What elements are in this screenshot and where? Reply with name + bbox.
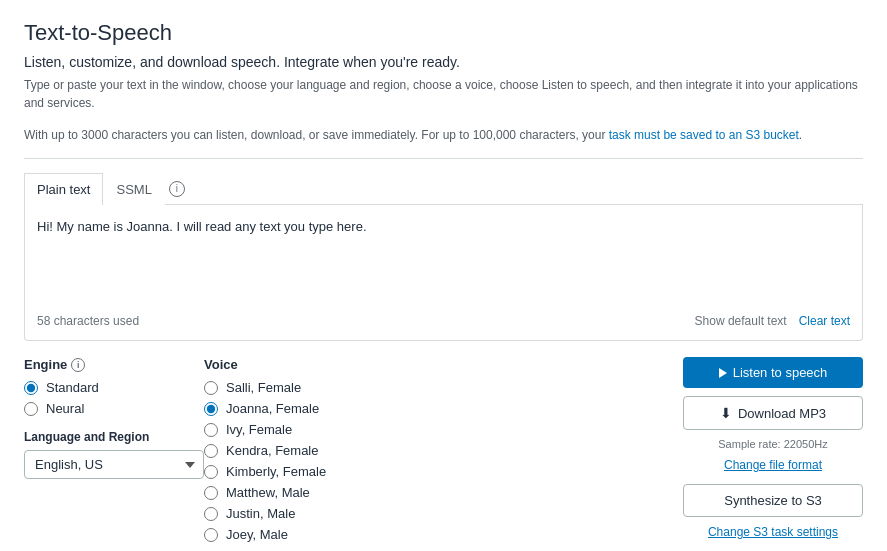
text-input[interactable]: Hi! My name is Joanna. I will read any t… (37, 217, 850, 307)
engine-info-icon[interactable]: i (71, 358, 85, 372)
voice-radio-joanna[interactable] (204, 402, 218, 416)
language-label: Language and Region (24, 430, 184, 444)
change-file-format-link[interactable]: Change file format (683, 458, 863, 472)
engine-radio-group: Standard Neural (24, 380, 184, 416)
engine-option-neural[interactable]: Neural (24, 401, 184, 416)
voice-option-joey[interactable]: Joey, Male (204, 527, 404, 542)
engine-option-standard[interactable]: Standard (24, 380, 184, 395)
voice-label: Voice (204, 357, 404, 372)
page-title: Text-to-Speech (24, 20, 863, 46)
text-tabs: Plain text SSML i (24, 173, 863, 205)
voice-option-justin[interactable]: Justin, Male (204, 506, 404, 521)
voice-radio-justin[interactable] (204, 507, 218, 521)
textarea-wrapper: Hi! My name is Joanna. I will read any t… (24, 205, 863, 341)
voice-option-matthew[interactable]: Matthew, Male (204, 485, 404, 500)
page-subtitle: Listen, customize, and download speech. … (24, 54, 863, 70)
download-icon: ⬇ (720, 405, 732, 421)
tab-plain-text[interactable]: Plain text (24, 173, 103, 205)
voice-option-kendra[interactable]: Kendra, Female (204, 443, 404, 458)
show-default-text-link[interactable]: Show default text (695, 314, 787, 328)
voice-radio-joey[interactable] (204, 528, 218, 542)
engine-label: Engine i (24, 357, 184, 372)
play-icon (719, 368, 727, 378)
main-content: Engine i Standard Neural Language and Re… (24, 357, 863, 542)
page-header: Text-to-Speech Listen, customize, and do… (24, 20, 863, 144)
language-select[interactable]: English, US English, GB English, AU Span… (24, 450, 204, 479)
voice-option-salli[interactable]: Salli, Female (204, 380, 404, 395)
voice-option-ivy[interactable]: Ivy, Female (204, 422, 404, 437)
voice-option-kimberly[interactable]: Kimberly, Female (204, 464, 404, 479)
voice-section: Voice Salli, Female Joanna, Female Ivy, … (204, 357, 404, 542)
ssml-info-icon[interactable]: i (169, 181, 185, 197)
page-description-2: With up to 3000 characters you can liste… (24, 126, 863, 144)
sample-rate-text: Sample rate: 22050Hz (683, 438, 863, 450)
engine-radio-neural[interactable] (24, 402, 38, 416)
engine-radio-standard[interactable] (24, 381, 38, 395)
textarea-footer: 58 characters used Show default text Cle… (37, 314, 850, 328)
change-s3-task-settings-link[interactable]: Change S3 task settings (683, 525, 863, 539)
voice-radio-salli[interactable] (204, 381, 218, 395)
page-container: Text-to-Speech Listen, customize, and do… (24, 20, 863, 551)
voice-radio-kendra[interactable] (204, 444, 218, 458)
clear-text-link[interactable]: Clear text (799, 314, 850, 328)
voice-radio-ivy[interactable] (204, 423, 218, 437)
engine-section: Engine i Standard Neural Language and Re… (24, 357, 184, 542)
voice-option-joanna[interactable]: Joanna, Female (204, 401, 404, 416)
voice-radio-kimberly[interactable] (204, 465, 218, 479)
controls-section: Listen to speech ⬇ Download MP3 Sample r… (424, 357, 863, 542)
header-divider (24, 158, 863, 159)
listen-to-speech-button[interactable]: Listen to speech (683, 357, 863, 388)
download-mp3-button[interactable]: ⬇ Download MP3 (683, 396, 863, 430)
char-count: 58 characters used (37, 314, 139, 328)
s3-bucket-link[interactable]: task must be saved to an S3 bucket (609, 128, 799, 142)
voice-radio-group: Salli, Female Joanna, Female Ivy, Female… (204, 380, 404, 542)
tab-ssml[interactable]: SSML (103, 173, 164, 205)
textarea-actions: Show default text Clear text (695, 314, 850, 328)
synthesize-to-s3-button[interactable]: Synthesize to S3 (683, 484, 863, 517)
voice-radio-matthew[interactable] (204, 486, 218, 500)
page-description-1: Type or paste your text in the window, c… (24, 76, 863, 112)
